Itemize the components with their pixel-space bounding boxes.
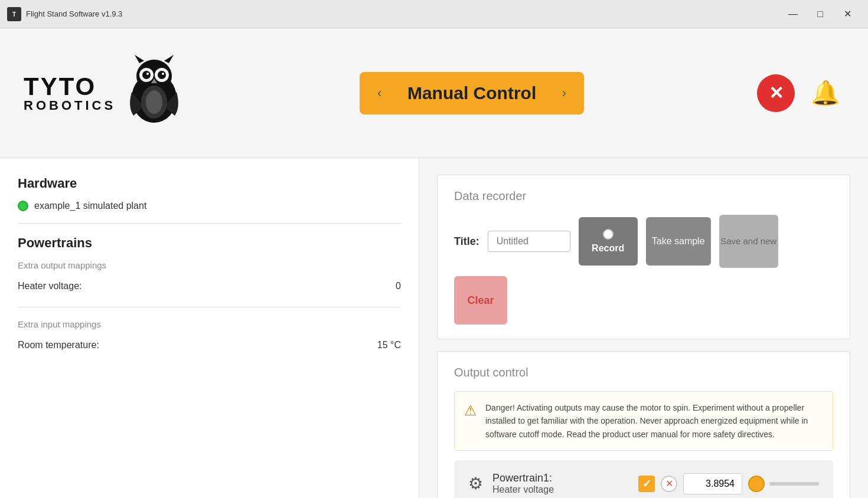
divider-1	[18, 223, 401, 224]
close-button[interactable]: ✕	[834, 0, 861, 28]
powertrain-card: ⚙ Powertrain1: Heater voltage ✓ ✕	[454, 460, 833, 498]
mode-next-arrow: ›	[562, 86, 566, 101]
logo-area: TYTO ROBOTICS	[24, 54, 187, 132]
mode-selector-button[interactable]: ‹ Manual Control ›	[360, 72, 584, 114]
data-recorder-section: Data recorder Title: Record Take sample …	[437, 175, 850, 339]
svg-point-8	[142, 71, 151, 79]
record-label: Record	[592, 243, 624, 254]
powertrain-value-input[interactable]	[683, 473, 742, 494]
hardware-title: Hardware	[18, 176, 401, 191]
output-control-section: Output control ⚠ Danger! Activating outp…	[437, 351, 850, 498]
powertrain-slider-container: ☞	[748, 476, 819, 492]
clear-label: Clear	[467, 294, 494, 307]
heater-voltage-row: Heater voltage: 0	[18, 277, 401, 295]
bell-button[interactable]: 🔔	[807, 74, 844, 112]
heater-voltage-value: 0	[396, 281, 401, 291]
titlebar: T Flight Stand Software v1.9.3 — □ ✕	[0, 0, 868, 28]
cursor-hand-icon: ☞	[818, 493, 831, 498]
header: TYTO ROBOTICS	[0, 28, 868, 158]
logo-tyto: TYTO	[24, 74, 96, 99]
enable-checkbox[interactable]: ✓	[638, 476, 655, 492]
extra-input-label: Extra input mappings	[18, 319, 401, 329]
app-title: Flight Stand Software v1.9.3	[26, 9, 779, 18]
heater-voltage-label: Heater voltage:	[18, 281, 82, 291]
clear-button[interactable]: Clear	[454, 276, 507, 325]
main-content: TYTO ROBOTICS	[0, 28, 868, 498]
powertrain-info: Powertrain1: Heater voltage	[492, 472, 554, 495]
svg-point-9	[158, 71, 166, 79]
svg-marker-4	[135, 55, 144, 63]
mode-label: Manual Control	[407, 83, 536, 103]
recorder-title-label: Title:	[454, 235, 479, 248]
header-actions: ✕ 🔔	[757, 74, 844, 112]
owl-icon	[122, 54, 187, 132]
powertrain-name: Powertrain1:	[492, 472, 554, 484]
svg-point-10	[146, 73, 149, 75]
powertrain-sub: Heater voltage	[492, 484, 554, 495]
svg-text:T: T	[12, 11, 16, 18]
record-button[interactable]: Record	[579, 217, 638, 266]
extra-output-label: Extra output mappings	[18, 260, 401, 270]
maximize-button[interactable]: □	[807, 0, 834, 28]
status-dot	[18, 201, 28, 211]
divider-2	[18, 307, 401, 307]
data-recorder-title: Data recorder	[454, 189, 833, 203]
cancel-icon: ✕	[665, 478, 673, 489]
bell-icon: 🔔	[811, 79, 840, 107]
take-sample-label: Take sample	[652, 236, 705, 247]
recording-title-input[interactable]	[488, 231, 570, 252]
room-temp-value: 15 °C	[377, 340, 401, 350]
checkmark-icon: ✓	[642, 477, 651, 490]
hardware-status-text: example_1 simulated plant	[34, 201, 146, 211]
warning-box: ⚠ Danger! Activating outputs may cause t…	[454, 391, 833, 451]
body-area: Hardware example_1 simulated plant Power…	[0, 158, 868, 498]
logo-text: TYTO ROBOTICS	[24, 74, 116, 112]
cancel-circle-button[interactable]: ✕	[661, 476, 677, 492]
slider-track[interactable]	[769, 482, 819, 486]
logo-robotics: ROBOTICS	[24, 99, 116, 112]
output-control-title: Output control	[454, 366, 833, 379]
powertrain-controls: ✓ ✕ ☞	[638, 473, 819, 494]
record-dot-icon	[603, 229, 614, 240]
mode-prev-arrow: ‹	[377, 86, 381, 101]
left-panel: Hardware example_1 simulated plant Power…	[0, 158, 419, 498]
hardware-status-row: example_1 simulated plant	[18, 201, 401, 211]
error-button[interactable]: ✕	[757, 74, 795, 112]
room-temp-row: Room temperature: 15 °C	[18, 336, 401, 354]
take-sample-button[interactable]: Take sample	[646, 217, 711, 266]
svg-point-14	[146, 90, 162, 114]
gear-icon: ⚙	[468, 474, 483, 493]
recorder-row: Title: Record Take sample Save and new C…	[454, 215, 833, 325]
room-temp-label: Room temperature:	[18, 340, 99, 350]
minimize-button[interactable]: —	[779, 0, 807, 28]
error-x-icon: ✕	[769, 83, 784, 103]
warning-text: Danger! Activating outputs may cause the…	[485, 401, 823, 441]
warning-triangle-icon: ⚠	[464, 402, 477, 419]
powertrains-title: Powertrains	[18, 235, 401, 251]
mode-selector-container: ‹ Manual Control ›	[187, 72, 757, 114]
save-new-label: Save and new	[720, 235, 776, 247]
right-panel: Data recorder Title: Record Take sample …	[419, 158, 868, 498]
svg-point-11	[162, 73, 164, 75]
save-new-button[interactable]: Save and new	[719, 215, 778, 268]
svg-marker-5	[164, 55, 174, 63]
window-controls: — □ ✕	[779, 0, 861, 28]
slider-thumb[interactable]	[748, 476, 765, 492]
app-icon: T	[7, 7, 21, 21]
